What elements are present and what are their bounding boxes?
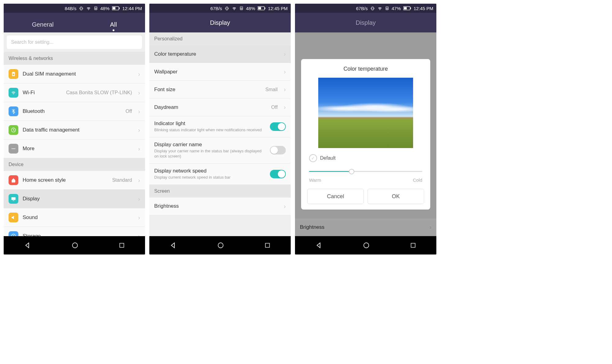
row-brightness[interactable]: Brightness › [149, 198, 291, 215]
row-display-carrier-name[interactable]: Display carrier nameDisplay your carrier… [149, 137, 291, 164]
svg-rect-26 [386, 7, 388, 10]
nav-recent[interactable] [410, 242, 416, 248]
slider-fill [309, 171, 351, 172]
sim-icon [385, 6, 389, 10]
row-label: Wallpaper [154, 69, 279, 75]
wifi-icon [377, 6, 382, 11]
status-bar: 67B/s 48% 12:45 PM [149, 4, 291, 13]
modal-overlay[interactable]: Color temperature ✓ Default Warm Cold Ca… [295, 32, 436, 236]
nav-back[interactable] [170, 242, 177, 249]
nav-bar [149, 236, 291, 254]
row-wi-fi[interactable]: Wi-FiCasa Bonita SLOW (TP-LINK)› [4, 84, 145, 102]
row-more[interactable]: More› [4, 139, 145, 158]
tab-all[interactable]: All [110, 21, 117, 32]
preview-image [318, 78, 413, 148]
row-label: Dual SIM management [23, 71, 134, 77]
page-title: Display [356, 19, 376, 26]
row-data-traffic-management[interactable]: Data traffic management› [4, 121, 145, 139]
toggle[interactable] [270, 170, 286, 178]
row-wallpaper[interactable]: Wallpaper› [149, 63, 291, 81]
row-value: Small [265, 87, 278, 92]
battery-percent: 48% [246, 6, 255, 11]
nav-back[interactable] [24, 242, 31, 249]
checkbox-icon[interactable]: ✓ [309, 154, 317, 162]
svg-rect-7 [13, 74, 14, 75]
row-display-network-speed[interactable]: Display network speedDisplay current net… [149, 164, 291, 185]
default-checkbox-row[interactable]: ✓ Default [307, 154, 424, 167]
toggle[interactable] [270, 146, 286, 154]
battery-icon [112, 6, 120, 10]
svg-rect-0 [80, 7, 82, 10]
nav-recent[interactable] [119, 242, 125, 248]
cancel-button[interactable]: Cancel [307, 189, 364, 204]
slider-labels: Warm Cold [307, 177, 424, 189]
search-wrap: Search for setting... [4, 32, 145, 52]
nav-home[interactable] [72, 242, 78, 249]
display-body: Personalized Color temperature›Wallpaper… [149, 32, 291, 236]
ok-button[interactable]: OK [368, 189, 424, 204]
row-dual-sim-management[interactable]: Dual SIM management› [4, 65, 145, 84]
slider-thumb[interactable] [349, 169, 354, 174]
row-value: Off [125, 109, 132, 114]
chevron-right-icon: › [284, 86, 286, 93]
page-title: Display [210, 19, 230, 26]
search-input[interactable]: Search for setting... [7, 35, 142, 49]
row-label: Display [23, 196, 134, 202]
row-home-screen-style[interactable]: Home screen styleStandard› [4, 171, 145, 190]
svg-rect-25 [372, 7, 373, 10]
row-color-temperature[interactable]: Color temperature› [149, 45, 291, 63]
nav-home[interactable] [363, 242, 370, 249]
svg-rect-4 [113, 7, 115, 9]
temperature-slider[interactable] [309, 167, 422, 176]
row-label: Home screen style [23, 177, 108, 183]
svg-rect-12 [11, 197, 16, 200]
chevron-right-icon: › [284, 104, 286, 111]
clock: 12:45 PM [414, 6, 433, 11]
section-personalized: Personalized [149, 32, 291, 45]
section-wireless: Wireless & networks [4, 52, 145, 65]
tab-general[interactable]: General [32, 21, 54, 32]
row-label: Color temperature [154, 51, 279, 57]
svg-rect-2 [95, 8, 96, 9]
row-value: Casa Bonita SLOW (TP-LINK) [66, 90, 132, 95]
row-display[interactable]: Display› [4, 190, 145, 208]
storage-icon [9, 231, 18, 236]
label-cold: Cold [413, 177, 422, 183]
chevron-right-icon: › [138, 71, 140, 78]
clock: 12:45 PM [268, 6, 288, 11]
nav-back[interactable] [315, 242, 323, 249]
sim-icon [94, 6, 98, 10]
row-indicator-light[interactable]: Indicator lightBlinking status indicator… [149, 116, 291, 137]
battery-icon [258, 6, 266, 10]
nav-home[interactable] [217, 242, 224, 249]
svg-point-31 [364, 243, 369, 248]
wifi-icon [86, 6, 91, 11]
network-speed: 67B/s [210, 6, 222, 11]
label-warm: Warm [309, 177, 321, 183]
row-sub: Blinking status indicator light when new… [154, 128, 266, 133]
chevron-right-icon: › [138, 195, 140, 202]
row-value: Off [271, 105, 278, 110]
row-label: More [23, 146, 134, 152]
svg-point-10 [13, 148, 14, 149]
chevron-right-icon: › [284, 203, 286, 210]
row-label: Font size [154, 87, 261, 93]
svg-rect-22 [265, 7, 265, 9]
row-daydream[interactable]: DaydreamOff› [149, 98, 291, 116]
row-sound[interactable]: Sound› [4, 208, 145, 227]
svg-rect-16 [120, 243, 124, 247]
sim-icon [239, 6, 244, 10]
nav-recent[interactable] [264, 242, 271, 248]
clock: 12:44 PM [122, 6, 142, 11]
svg-rect-27 [386, 8, 388, 9]
chevron-right-icon: › [138, 89, 140, 96]
row-label: Display carrier name [154, 142, 266, 148]
row-font-size[interactable]: Font sizeSmall› [149, 81, 291, 98]
row-storage[interactable]: Storage› [4, 227, 145, 236]
row-bluetooth[interactable]: BluetoothOff› [4, 102, 145, 121]
color-temperature-dialog: Color temperature ✓ Default Warm Cold Ca… [301, 59, 430, 210]
section-screen: Screen [149, 185, 291, 198]
toggle[interactable] [270, 122, 286, 131]
network-speed: 67B/s [356, 6, 368, 11]
wifi-icon [9, 88, 18, 98]
